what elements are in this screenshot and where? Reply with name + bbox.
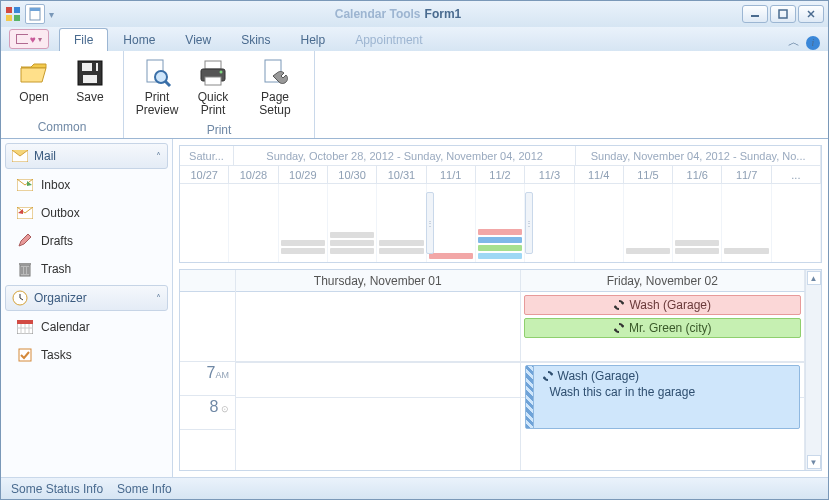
sidebar-item-label: Inbox: [41, 178, 70, 192]
status-text-secondary: Some Info: [117, 482, 172, 496]
time-col-thursday[interactable]: [236, 363, 521, 470]
chevron-up-icon: ˄: [156, 293, 161, 304]
sidebar-item-inbox[interactable]: Inbox: [5, 173, 168, 197]
page-setup-button[interactable]: Page Setup: [244, 55, 306, 117]
tab-help[interactable]: Help: [286, 28, 341, 51]
allday-col-friday[interactable]: Wash (Garage) Mr. Green (city): [521, 292, 806, 361]
maximize-button[interactable]: [770, 5, 796, 23]
save-button[interactable]: Save: [65, 55, 115, 104]
timeline-range-current[interactable]: Sunday, October 28, 2012 - Sunday, Novem…: [234, 146, 576, 166]
minimize-button[interactable]: [742, 5, 768, 23]
sidebar-item-label: Outbox: [41, 206, 80, 220]
svg-rect-3: [14, 15, 20, 21]
timeline-day[interactable]: 11/6: [673, 166, 722, 184]
scroll-up-button[interactable]: ▲: [807, 271, 821, 285]
timeline-range-next[interactable]: Sunday, November 04, 2012 - Sunday, No..…: [576, 146, 821, 166]
folder-open-icon: [18, 57, 50, 89]
svg-rect-17: [205, 61, 221, 69]
ribbon-group-print: Print Preview Quick Print Page Setup Pri…: [124, 51, 315, 138]
timeline-navigator[interactable]: Satur... Sunday, October 28, 2012 - Sund…: [179, 145, 822, 263]
timeline-selection-handle-left[interactable]: ⋮: [426, 192, 434, 254]
tab-view[interactable]: View: [170, 28, 226, 51]
checkbox-icon: [17, 347, 33, 363]
sidebar-header-mail-label: Mail: [34, 149, 56, 163]
day-header-friday[interactable]: Friday, November 02: [521, 270, 806, 292]
open-button[interactable]: Open: [9, 55, 59, 104]
contextual-tab-title: Calendar Tools: [335, 7, 421, 21]
hour-label-8: 8 ⊙: [180, 396, 235, 430]
timeline-day[interactable]: 10/30: [328, 166, 377, 184]
sidebar-header-mail[interactable]: Mail ˄: [5, 143, 168, 169]
sidebar-item-outbox[interactable]: Outbox: [5, 201, 168, 225]
trash-icon: [17, 261, 33, 277]
magnifier-page-icon: [141, 57, 173, 89]
qat-document-icon[interactable]: [25, 4, 45, 24]
tab-appointment[interactable]: Appointment: [340, 28, 437, 51]
status-bar: Some Status Info Some Info: [1, 477, 828, 499]
timeline-day[interactable]: 11/2: [476, 166, 525, 184]
sidebar-item-label: Trash: [41, 262, 71, 276]
quick-access-toolbar: ▾: [5, 4, 54, 24]
timeline-days-row: 10/27 10/28 10/29 10/30 10/31 11/1 11/2 …: [180, 166, 821, 184]
timeline-day[interactable]: 11/5: [624, 166, 673, 184]
timeline-day[interactable]: 10/28: [229, 166, 278, 184]
sidebar-item-trash[interactable]: Trash: [5, 257, 168, 281]
recurring-icon: [613, 322, 625, 334]
timed-appointment-wash[interactable]: Wash (Garage) Wash this car in the garag…: [525, 365, 801, 429]
calendar-icon: [17, 319, 33, 335]
outbox-icon: [17, 205, 33, 221]
timeline-day[interactable]: 11/3: [525, 166, 574, 184]
tab-home[interactable]: Home: [108, 28, 170, 51]
svg-rect-7: [779, 10, 787, 18]
svg-rect-0: [6, 7, 12, 13]
sidebar-header-organizer-label: Organizer: [34, 291, 87, 305]
timeline-day[interactable]: 11/1: [427, 166, 476, 184]
sidebar-item-calendar[interactable]: Calendar: [5, 315, 168, 339]
svg-rect-39: [19, 349, 31, 361]
svg-rect-26: [19, 263, 31, 265]
allday-appointment-green[interactable]: Mr. Green (city): [524, 318, 802, 338]
app-icon: [5, 6, 21, 22]
allday-col-thursday[interactable]: [236, 292, 521, 361]
timeline-day[interactable]: ...: [772, 166, 821, 184]
svg-rect-2: [6, 15, 12, 21]
sidebar-item-drafts[interactable]: Drafts: [5, 229, 168, 253]
sidebar-item-tasks[interactable]: Tasks: [5, 343, 168, 367]
timeline-day[interactable]: 11/7: [722, 166, 771, 184]
open-button-label: Open: [19, 91, 48, 104]
time-col-friday[interactable]: Wash (Garage) Wash this car in the garag…: [521, 363, 806, 470]
hour-label-7: 7AM: [180, 362, 235, 396]
sidebar-header-organizer[interactable]: Organizer ˄: [5, 285, 168, 311]
tab-skins[interactable]: Skins: [226, 28, 285, 51]
save-button-label: Save: [76, 91, 103, 104]
timeline-day[interactable]: 11/4: [575, 166, 624, 184]
clock-person-icon: [12, 290, 28, 306]
layout-switcher-button[interactable]: ♥▾: [9, 29, 49, 49]
timeline-day[interactable]: 10/27: [180, 166, 229, 184]
pencil-icon: [17, 233, 33, 249]
scroll-down-button[interactable]: ▼: [807, 455, 821, 469]
help-icon[interactable]: i: [806, 36, 820, 50]
allday-appointment-wash[interactable]: Wash (Garage): [524, 295, 802, 315]
vertical-scrollbar[interactable]: ▲ ▼: [805, 270, 821, 470]
timeline-day[interactable]: 10/29: [279, 166, 328, 184]
svg-rect-5: [30, 8, 40, 11]
quick-print-label: Quick Print: [198, 91, 229, 117]
day-header-thursday[interactable]: Thursday, November 01: [236, 270, 521, 292]
ribbon-group-print-label: Print: [124, 121, 314, 141]
appointment-label: Mr. Green (city): [629, 321, 712, 335]
timeline-day[interactable]: 10/31: [377, 166, 426, 184]
print-preview-button[interactable]: Print Preview: [132, 55, 182, 117]
timeline-selection-handle-right[interactable]: ⋮: [525, 192, 533, 254]
page-setup-label: Page Setup: [244, 91, 306, 117]
ribbon-collapse-icon[interactable]: ︿: [788, 34, 800, 51]
recurring-icon: [613, 299, 625, 311]
timeline-range-prev[interactable]: Satur...: [180, 146, 234, 166]
close-button[interactable]: [798, 5, 824, 23]
quick-print-button[interactable]: Quick Print: [188, 55, 238, 117]
svg-rect-34: [17, 320, 33, 324]
svg-rect-13: [92, 63, 96, 71]
tab-file[interactable]: File: [59, 28, 108, 51]
appointment-label: Wash (Garage): [629, 298, 711, 312]
printer-icon: [197, 57, 229, 89]
